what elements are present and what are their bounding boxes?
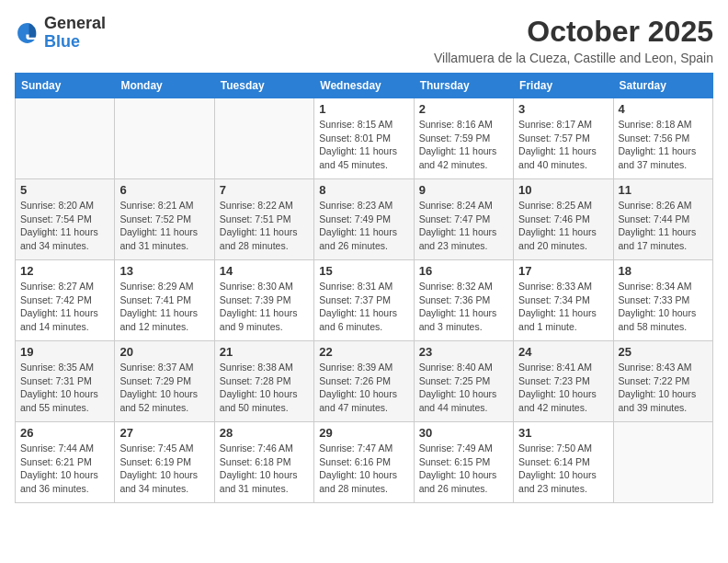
day-info: Sunrise: 8:43 AM Sunset: 7:22 PM Dayligh… [619,361,708,415]
day-number: 17 [518,264,608,278]
day-info: Sunrise: 8:25 AM Sunset: 7:46 PM Dayligh… [518,199,608,253]
day-number: 29 [319,426,408,440]
month-title: October 2025 [434,15,713,49]
day-number: 2 [419,102,508,116]
calendar-cell: 9Sunrise: 8:24 AM Sunset: 7:47 PM Daylig… [414,179,513,260]
weekday-header: Monday [115,74,214,98]
day-info: Sunrise: 8:39 AM Sunset: 7:26 PM Dayligh… [319,361,408,415]
weekday-header-row: SundayMondayTuesdayWednesdayThursdayFrid… [16,74,713,98]
calendar-week-row: 5Sunrise: 8:20 AM Sunset: 7:54 PM Daylig… [16,179,713,260]
day-number: 31 [518,426,608,440]
calendar-cell: 17Sunrise: 8:33 AM Sunset: 7:34 PM Dayli… [514,260,613,341]
calendar-cell: 24Sunrise: 8:41 AM Sunset: 7:23 PM Dayli… [514,341,613,422]
day-info: Sunrise: 7:49 AM Sunset: 6:15 PM Dayligh… [419,442,508,496]
day-number: 12 [20,264,109,278]
calendar-cell: 25Sunrise: 8:43 AM Sunset: 7:22 PM Dayli… [613,341,712,422]
calendar-week-row: 12Sunrise: 8:27 AM Sunset: 7:42 PM Dayli… [16,260,713,341]
day-number: 5 [20,183,109,197]
calendar-cell: 28Sunrise: 7:46 AM Sunset: 6:18 PM Dayli… [214,422,313,503]
calendar-cell: 14Sunrise: 8:30 AM Sunset: 7:39 PM Dayli… [214,260,313,341]
calendar-cell: 4Sunrise: 8:18 AM Sunset: 7:56 PM Daylig… [613,98,712,179]
day-number: 23 [419,345,508,359]
day-info: Sunrise: 8:37 AM Sunset: 7:29 PM Dayligh… [119,361,209,415]
day-number: 28 [220,426,309,440]
calendar-cell: 16Sunrise: 8:32 AM Sunset: 7:36 PM Dayli… [414,260,513,341]
day-info: Sunrise: 8:35 AM Sunset: 7:31 PM Dayligh… [20,361,109,415]
day-info: Sunrise: 8:41 AM Sunset: 7:23 PM Dayligh… [518,361,608,415]
day-number: 4 [619,102,708,116]
calendar-cell: 21Sunrise: 8:38 AM Sunset: 7:28 PM Dayli… [214,341,313,422]
day-number: 9 [419,183,508,197]
calendar-cell: 29Sunrise: 7:47 AM Sunset: 6:16 PM Dayli… [314,422,414,503]
day-number: 22 [319,345,408,359]
calendar-cell: 3Sunrise: 8:17 AM Sunset: 7:57 PM Daylig… [514,98,613,179]
day-info: Sunrise: 8:22 AM Sunset: 7:51 PM Dayligh… [220,199,309,253]
day-info: Sunrise: 8:27 AM Sunset: 7:42 PM Dayligh… [20,280,109,334]
weekday-header: Wednesday [314,74,414,98]
calendar-cell: 15Sunrise: 8:31 AM Sunset: 7:37 PM Dayli… [314,260,414,341]
day-number: 8 [319,183,408,197]
day-info: Sunrise: 8:24 AM Sunset: 7:47 PM Dayligh… [419,199,508,253]
logo-text: General Blue [44,15,106,52]
calendar-cell: 13Sunrise: 8:29 AM Sunset: 7:41 PM Dayli… [115,260,214,341]
calendar-cell [16,98,115,179]
calendar-cell: 30Sunrise: 7:49 AM Sunset: 6:15 PM Dayli… [414,422,513,503]
calendar-cell [214,98,313,179]
weekday-header: Friday [514,74,613,98]
calendar-cell: 27Sunrise: 7:45 AM Sunset: 6:19 PM Dayli… [115,422,214,503]
day-info: Sunrise: 8:15 AM Sunset: 8:01 PM Dayligh… [319,118,408,172]
calendar-cell [613,422,712,503]
day-number: 11 [619,183,708,197]
calendar-cell: 31Sunrise: 7:50 AM Sunset: 6:14 PM Dayli… [514,422,613,503]
day-number: 24 [518,345,608,359]
day-info: Sunrise: 8:38 AM Sunset: 7:28 PM Dayligh… [220,361,309,415]
day-info: Sunrise: 8:30 AM Sunset: 7:39 PM Dayligh… [220,280,309,334]
day-number: 26 [20,426,109,440]
day-number: 6 [119,183,209,197]
weekday-header: Thursday [414,74,513,98]
calendar-cell: 12Sunrise: 8:27 AM Sunset: 7:42 PM Dayli… [16,260,115,341]
day-number: 14 [220,264,309,278]
weekday-header: Tuesday [214,74,313,98]
weekday-header: Sunday [16,74,115,98]
day-info: Sunrise: 7:46 AM Sunset: 6:18 PM Dayligh… [220,442,309,496]
calendar-cell [115,98,214,179]
day-info: Sunrise: 8:20 AM Sunset: 7:54 PM Dayligh… [20,199,109,253]
day-info: Sunrise: 8:33 AM Sunset: 7:34 PM Dayligh… [518,280,608,334]
day-number: 3 [518,102,608,116]
day-info: Sunrise: 7:44 AM Sunset: 6:21 PM Dayligh… [20,442,109,496]
calendar-cell: 23Sunrise: 8:40 AM Sunset: 7:25 PM Dayli… [414,341,513,422]
calendar-cell: 22Sunrise: 8:39 AM Sunset: 7:26 PM Dayli… [314,341,414,422]
calendar-cell: 6Sunrise: 8:21 AM Sunset: 7:52 PM Daylig… [115,179,214,260]
day-info: Sunrise: 8:32 AM Sunset: 7:36 PM Dayligh… [419,280,508,334]
day-number: 27 [119,426,209,440]
day-info: Sunrise: 8:18 AM Sunset: 7:56 PM Dayligh… [619,118,708,172]
day-info: Sunrise: 7:45 AM Sunset: 6:19 PM Dayligh… [119,442,209,496]
day-number: 15 [319,264,408,278]
calendar-cell: 18Sunrise: 8:34 AM Sunset: 7:33 PM Dayli… [613,260,712,341]
calendar-cell: 7Sunrise: 8:22 AM Sunset: 7:51 PM Daylig… [214,179,313,260]
calendar-week-row: 19Sunrise: 8:35 AM Sunset: 7:31 PM Dayli… [16,341,713,422]
day-number: 16 [419,264,508,278]
calendar-cell: 5Sunrise: 8:20 AM Sunset: 7:54 PM Daylig… [16,179,115,260]
logo-icon [15,20,40,46]
calendar-cell: 19Sunrise: 8:35 AM Sunset: 7:31 PM Dayli… [16,341,115,422]
location: Villamuera de la Cueza, Castille and Leo… [434,51,713,65]
day-number: 7 [220,183,309,197]
calendar-cell: 10Sunrise: 8:25 AM Sunset: 7:46 PM Dayli… [514,179,613,260]
day-info: Sunrise: 8:34 AM Sunset: 7:33 PM Dayligh… [619,280,708,334]
title-area: October 2025 Villamuera de la Cueza, Cas… [434,15,713,65]
page-header: General Blue October 2025 Villamuera de … [15,15,713,65]
day-number: 10 [518,183,608,197]
day-number: 18 [619,264,708,278]
calendar: SundayMondayTuesdayWednesdayThursdayFrid… [15,73,713,503]
day-number: 20 [119,345,209,359]
day-info: Sunrise: 8:17 AM Sunset: 7:57 PM Dayligh… [518,118,608,172]
day-number: 19 [20,345,109,359]
calendar-cell: 20Sunrise: 8:37 AM Sunset: 7:29 PM Dayli… [115,341,214,422]
day-info: Sunrise: 8:21 AM Sunset: 7:52 PM Dayligh… [119,199,209,253]
day-number: 13 [119,264,209,278]
day-info: Sunrise: 8:26 AM Sunset: 7:44 PM Dayligh… [619,199,708,253]
calendar-cell: 11Sunrise: 8:26 AM Sunset: 7:44 PM Dayli… [613,179,712,260]
calendar-cell: 1Sunrise: 8:15 AM Sunset: 8:01 PM Daylig… [314,98,414,179]
